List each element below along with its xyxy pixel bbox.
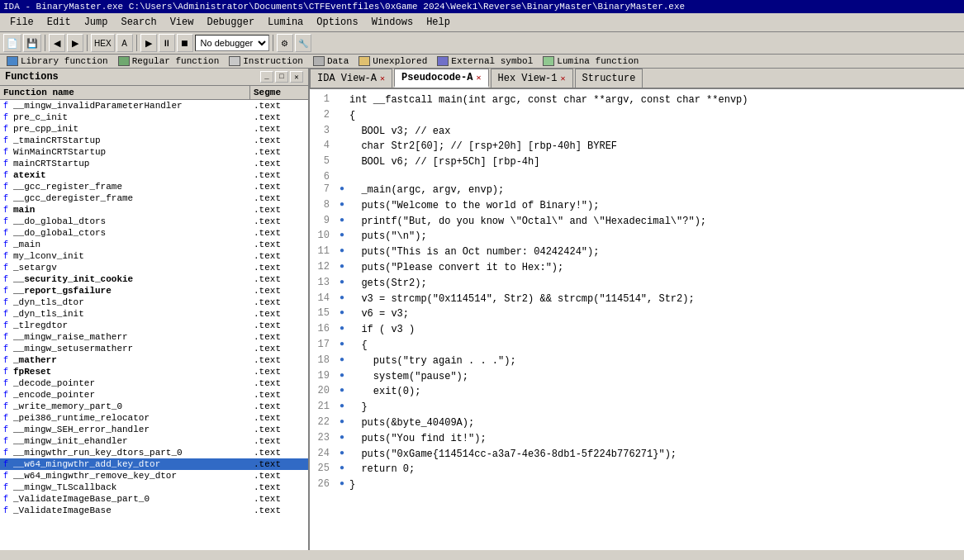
menu-item-lumina[interactable]: Lumina	[261, 15, 310, 30]
tab-close-btn[interactable]: ✕	[561, 74, 566, 83]
menu-item-jump[interactable]: Jump	[78, 15, 115, 30]
function-row[interactable]: f_encode_pointer.text	[0, 389, 308, 401]
function-row[interactable]: f__security_init_cookie.text	[0, 273, 308, 285]
code-line[interactable]: 14● v3 = strcmp("0x114514", Str2) && str…	[310, 292, 964, 307]
code-line[interactable]: 2{	[310, 108, 964, 124]
tabs-bar: IDA View-A✕Pseudocode-A✕Hex View-1✕Struc…	[310, 69, 964, 89]
function-row[interactable]: f_dyn_tls_dtor.text	[0, 297, 308, 308]
toolbar-btn-back[interactable]: ◀	[49, 34, 65, 52]
code-view[interactable]: 1int __fastcall main(int argc, const cha…	[310, 89, 964, 550]
menu-item-edit[interactable]: Edit	[40, 15, 78, 30]
function-row[interactable]: fpre_c_init.text	[0, 112, 308, 123]
function-row[interactable]: fpre_cpp_init.text	[0, 123, 308, 135]
code-line[interactable]: 24● puts("0xGame{114514cc-a3a7-4e36-8db1…	[310, 447, 964, 463]
menu-item-options[interactable]: Options	[310, 15, 364, 30]
toolbar-btn-dbg1[interactable]: ▶	[140, 34, 157, 52]
code-line[interactable]: 1int __fastcall main(int argc, const cha…	[310, 93, 964, 108]
toolbar-btn-dbg3[interactable]: ⏹	[177, 34, 193, 52]
function-row[interactable]: f_tlregdtor.text	[0, 320, 308, 331]
code-line[interactable]: 13● gets(Str2);	[310, 276, 964, 292]
menu-item-help[interactable]: Help	[420, 15, 457, 30]
toolbar-btn-dbg2[interactable]: ⏸	[159, 34, 175, 52]
function-row[interactable]: fmain.text	[0, 204, 308, 216]
code-line[interactable]: 10● puts("\n");	[310, 229, 964, 244]
toolbar-btn-extra2[interactable]: 🔧	[295, 34, 311, 52]
toolbar-btn-ascii[interactable]: A	[116, 34, 133, 52]
menu-item-file[interactable]: File	[3, 15, 40, 30]
code-line[interactable]: 6	[310, 170, 964, 183]
menu-item-debugger[interactable]: Debugger	[200, 15, 261, 30]
toolbar-btn-extra1[interactable]: ⚙	[277, 34, 293, 52]
toolbar-btn-save[interactable]: 💾	[23, 34, 41, 52]
function-row[interactable]: f__mingw_init_ehandler.text	[0, 435, 308, 447]
toolbar-btn-hex[interactable]: HEX	[91, 34, 115, 52]
menu-item-windows[interactable]: Windows	[365, 15, 420, 30]
code-line[interactable]: 18● puts("try again . . .");	[310, 354, 964, 369]
function-row[interactable]: f__mingw_TLScallback.text	[0, 482, 308, 493]
code-line[interactable]: 15● v6 = v3;	[310, 306, 964, 322]
tab-structure[interactable]: Structure	[575, 69, 643, 88]
code-line[interactable]: 22● puts(&byte_40409A);	[310, 415, 964, 431]
function-row[interactable]: f_ValidateImageBase_part_0.text	[0, 493, 308, 505]
code-line[interactable]: 3 BOOL v3; // eax	[310, 124, 964, 140]
code-line[interactable]: 16● if ( v3 )	[310, 322, 964, 338]
functions-close-btn[interactable]: ✕	[290, 71, 303, 83]
function-row[interactable]: f_tmainCRTStartup.text	[0, 135, 308, 146]
debugger-select[interactable]: No debugger	[195, 35, 269, 51]
function-row[interactable]: f_matherr.text	[0, 354, 308, 366]
code-line[interactable]: 12● puts("Please convert it to Hex:");	[310, 260, 964, 276]
code-line[interactable]: 23● puts("You find it!");	[310, 431, 964, 447]
function-row[interactable]: fmy_lconv_init.text	[0, 250, 308, 262]
function-row[interactable]: fmainCRTStartup.text	[0, 158, 308, 169]
function-row[interactable]: f__gcc_deregister_frame.text	[0, 192, 308, 204]
function-row[interactable]: f_main.text	[0, 239, 308, 250]
tab-close-btn[interactable]: ✕	[476, 73, 481, 83]
menu-item-search[interactable]: Search	[114, 15, 163, 30]
menu-item-view[interactable]: View	[164, 15, 201, 30]
functions-restore-btn[interactable]: □	[275, 71, 288, 83]
code-line[interactable]: 20● exit(0);	[310, 384, 964, 400]
function-row[interactable]: f_dyn_tls_init.text	[0, 308, 308, 320]
code-line[interactable]: 25● return 0;	[310, 462, 964, 477]
code-line[interactable]: 19● system("pause");	[310, 369, 964, 385]
functions-minimize-btn[interactable]: _	[260, 71, 273, 83]
code-line[interactable]: 21● }	[310, 400, 964, 415]
toolbar-btn-fwd[interactable]: ▶	[67, 34, 83, 52]
function-row[interactable]: f__mingw_setusermatherr.text	[0, 343, 308, 354]
functions-list[interactable]: f__mingw_invalidParameterHandler.textfpr…	[0, 100, 308, 550]
function-row[interactable]: f__mingwthr_run_key_dtors_part_0.text	[0, 447, 308, 458]
function-row[interactable]: f__mingw_SEH_error_handler.text	[0, 424, 308, 435]
function-row[interactable]: f_write_memory_part_0.text	[0, 401, 308, 412]
tab-pseudocode-a[interactable]: Pseudocode-A✕	[394, 69, 488, 88]
function-row[interactable]: f__w64_mingwthr_add_key_dtor.text	[0, 458, 308, 470]
function-row[interactable]: f__w64_mingwthr_remove_key_dtor.text	[0, 470, 308, 482]
tab-ida-view-a[interactable]: IDA View-A✕	[310, 69, 392, 88]
tab-close-btn[interactable]: ✕	[380, 74, 385, 83]
code-line[interactable]: 7● _main(argc, argv, envp);	[310, 183, 964, 198]
toolbar-btn-new[interactable]: 📄	[3, 34, 21, 52]
function-row[interactable]: f__mingw_invalidParameterHandler.text	[0, 100, 308, 112]
code-line[interactable]: 17● {	[310, 338, 964, 354]
function-icon: f	[0, 483, 12, 492]
code-line[interactable]: 9● printf("But, do you know \"Octal\" an…	[310, 214, 964, 230]
function-row[interactable]: f__do_global_dtors.text	[0, 216, 308, 227]
code-line[interactable]: 4 char Str2[60]; // [rsp+20h] [rbp-40h] …	[310, 139, 964, 154]
line-number: 10	[310, 229, 336, 241]
function-row[interactable]: fWinMainCRTStartup.text	[0, 146, 308, 158]
function-row[interactable]: f_pei386_runtime_relocator.text	[0, 412, 308, 424]
code-line[interactable]: 26●}	[310, 477, 964, 493]
function-row[interactable]: f__report_gsfailure.text	[0, 285, 308, 297]
function-row[interactable]: f__gcc_register_frame.text	[0, 181, 308, 192]
code-line[interactable]: 5 BOOL v6; // [rsp+5Ch] [rbp-4h]	[310, 154, 964, 170]
code-line[interactable]: 8● puts("Welcome to the world of Binary!…	[310, 198, 964, 214]
line-dot: ●	[336, 322, 348, 333]
function-row[interactable]: fatexit.text	[0, 169, 308, 181]
function-row[interactable]: ffpReset.text	[0, 366, 308, 377]
code-line[interactable]: 11● puts("This is an Oct number: 0424242…	[310, 244, 964, 260]
function-row[interactable]: f__do_global_ctors.text	[0, 227, 308, 239]
function-row[interactable]: f_decode_pointer.text	[0, 377, 308, 389]
function-row[interactable]: f_setargv.text	[0, 262, 308, 273]
function-row[interactable]: f_ValidateImageBase.text	[0, 505, 308, 516]
tab-hex-view-1[interactable]: Hex View-1✕	[491, 69, 573, 88]
function-row[interactable]: f__mingw_raise_matherr.text	[0, 331, 308, 343]
